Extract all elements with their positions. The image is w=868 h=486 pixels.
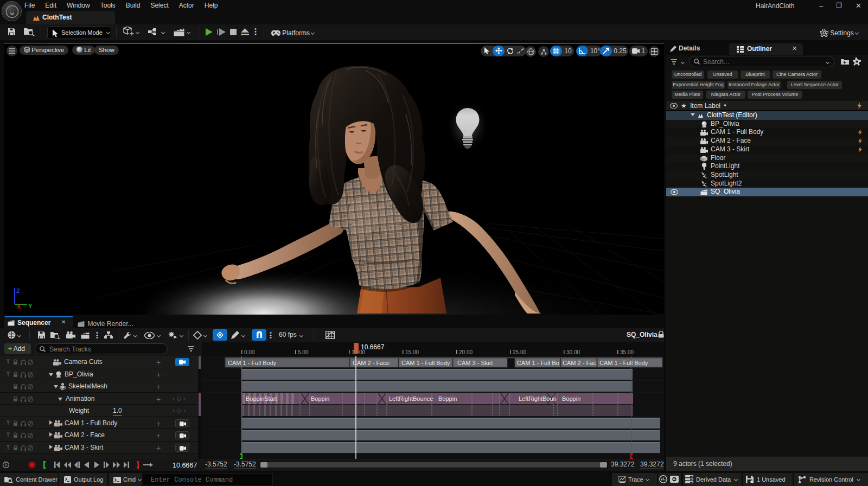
svg-text:CAM 1 - Full Bo: CAM 1 - Full Bo — [517, 360, 559, 366]
svg-text:X: X — [17, 303, 21, 310]
svg-text:CAM 1 - Full Body: CAM 1 - Full Body — [401, 360, 450, 366]
svg-text:5.00: 5.00 — [298, 349, 309, 355]
svg-text:LeftRightBoun: LeftRightBoun — [519, 395, 557, 402]
svg-text:Y: Y — [28, 303, 33, 309]
svg-text:0.00: 0.00 — [244, 349, 255, 355]
svg-text:Boppin: Boppin — [562, 395, 580, 402]
svg-text:CAM 2 - Fac: CAM 2 - Fac — [563, 360, 596, 366]
svg-text:25.00: 25.00 — [513, 349, 526, 355]
svg-text:CAM 3 - Skirt: CAM 3 - Skirt — [457, 360, 493, 366]
svg-text:Boppin: Boppin — [438, 395, 457, 402]
svg-text:LeftRightBounce: LeftRightBounce — [389, 395, 433, 402]
svg-text:CAM 1 - Full Body: CAM 1 - Full Body — [599, 360, 648, 366]
svg-text:CAM 2 - Face: CAM 2 - Face — [353, 360, 390, 366]
svg-text:CAM 1 - Full Body: CAM 1 - Full Body — [228, 360, 277, 366]
svg-text:30.00: 30.00 — [566, 349, 580, 355]
svg-text:20.00: 20.00 — [459, 349, 473, 355]
svg-text:Boppin: Boppin — [311, 395, 329, 402]
svg-text:BoppinStart: BoppinStart — [246, 395, 277, 402]
svg-text:Z: Z — [16, 287, 20, 294]
svg-text:10.6667: 10.6667 — [361, 343, 385, 351]
svg-text:15.00: 15.00 — [405, 349, 419, 355]
svg-text:10.6667: 10.6667 — [173, 462, 197, 469]
svg-text:35.00: 35.00 — [620, 349, 634, 355]
